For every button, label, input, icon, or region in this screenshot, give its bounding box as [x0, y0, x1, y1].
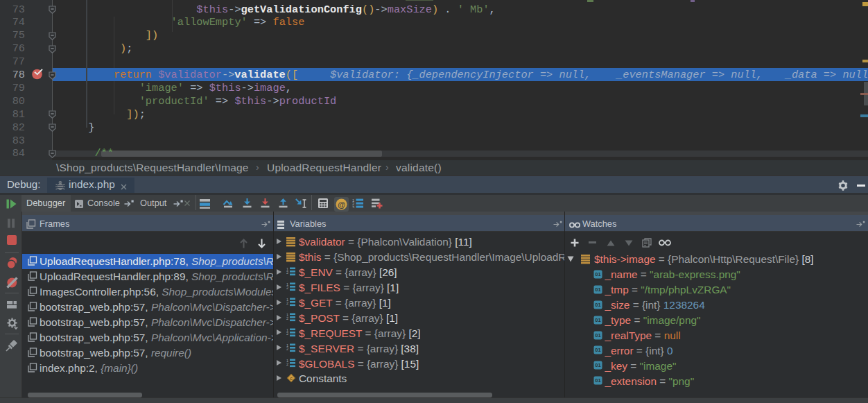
- svg-text:2: 2: [286, 347, 288, 351]
- svg-text:2: 2: [286, 362, 288, 366]
- svg-text:01: 01: [595, 286, 600, 293]
- svg-text:2: 2: [286, 332, 288, 336]
- svg-text:2: 2: [286, 271, 288, 275]
- svg-text:01: 01: [595, 302, 600, 308]
- svg-text:2: 2: [286, 316, 288, 320]
- svg-text:3: 3: [352, 205, 354, 209]
- svg-text:2: 2: [286, 286, 288, 290]
- svg-text:01: 01: [595, 332, 600, 338]
- svg-text:01: 01: [595, 362, 600, 368]
- svg-text:01: 01: [595, 347, 600, 353]
- svg-text:c: c: [290, 376, 293, 381]
- svg-text:2: 2: [286, 301, 288, 305]
- svg-text:01: 01: [595, 377, 600, 384]
- svg-text:01: 01: [595, 271, 600, 277]
- svg-text:@: @: [338, 200, 345, 209]
- svg-text:01: 01: [595, 317, 600, 323]
